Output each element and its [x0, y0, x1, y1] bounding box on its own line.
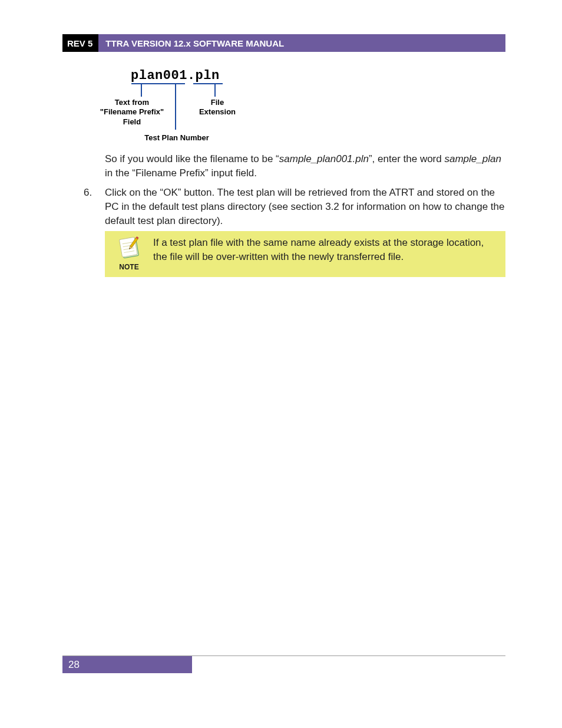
document-header-bar: REV 5 TTRA VERSION 12.x SOFTWARE MANUAL [62, 34, 505, 52]
note-text: If a test plan file with the same name a… [150, 235, 500, 265]
list-body-text: Click on the “OK” button. The test plan … [105, 186, 505, 228]
note-icon [116, 236, 142, 259]
note-label: NOTE [119, 263, 138, 271]
para-text: in the “Filename Prefix” input field. [105, 167, 257, 179]
revision-badge: REV 5 [62, 34, 98, 52]
diagram-label-number: Test Plan Number [130, 133, 224, 143]
list-item-6: 6.Click on the “OK” button. The test pla… [84, 186, 505, 228]
para-italic-filename: sample_plan001.pln [279, 153, 369, 164]
paragraph-example: So if you would like the filename to be … [105, 152, 505, 180]
diagram-label-prefix: Text from"Filename Prefix"Field [94, 98, 170, 127]
para-italic-prefix: sample_plan [444, 153, 501, 164]
document-title: TTRA VERSION 12.x SOFTWARE MANUAL [98, 34, 505, 52]
diagram-label-extension: FileExtension [191, 98, 244, 117]
document-footer-bar: 28 [62, 655, 505, 673]
note-icon-column: NOTE [108, 235, 150, 271]
para-text: So if you would like the filename to be … [105, 153, 279, 164]
note-callout: NOTE If a test plan file with the same n… [105, 231, 505, 277]
para-text: ”, enter the word [369, 153, 445, 164]
list-marker: 6. [84, 186, 105, 200]
filename-breakdown-diagram: plan001.pln Text from"Filename Prefix"Fi… [94, 64, 247, 146]
page-number: 28 [62, 656, 192, 673]
